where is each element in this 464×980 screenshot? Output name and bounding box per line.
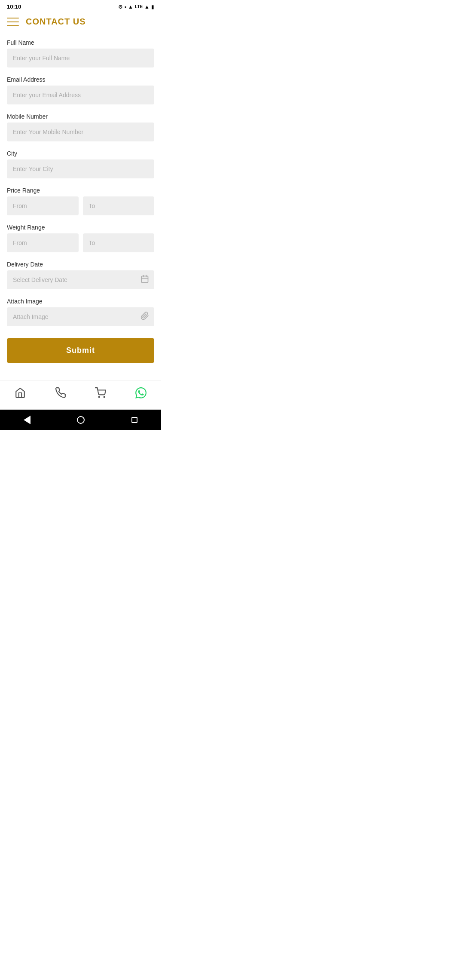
- delivery-date-label: Delivery Date: [7, 261, 154, 268]
- attach-image-label: Attach Image: [7, 298, 154, 305]
- price-range-group: Price Range: [7, 187, 154, 215]
- phone-icon: [55, 387, 66, 401]
- weight-range-row: [7, 233, 154, 252]
- price-range-label: Price Range: [7, 187, 154, 194]
- weight-from-input[interactable]: [7, 233, 79, 252]
- city-input[interactable]: [7, 159, 154, 178]
- nav-cart[interactable]: [88, 386, 113, 403]
- weight-to-input[interactable]: [83, 233, 155, 252]
- nav-whatsapp[interactable]: [128, 386, 153, 403]
- svg-point-4: [99, 397, 100, 398]
- page-title: CONTACT US: [26, 17, 86, 27]
- mobile-label: Mobile Number: [7, 113, 154, 120]
- delivery-date-input[interactable]: [7, 270, 154, 289]
- home-icon: [15, 387, 26, 401]
- battery-icon: ▮: [151, 4, 154, 10]
- delivery-date-wrapper: [7, 270, 154, 289]
- settings-icon: ⚙: [118, 4, 123, 10]
- full-name-input[interactable]: [7, 49, 154, 67]
- status-icons: ⚙ ▪ ▲ LTE ▲ ▮: [118, 4, 154, 10]
- city-label: City: [7, 150, 154, 157]
- delivery-date-group: Delivery Date: [7, 261, 154, 289]
- status-time: 10:10: [7, 3, 21, 10]
- full-name-group: Full Name: [7, 39, 154, 67]
- attach-image-group: Attach Image: [7, 298, 154, 326]
- system-nav-bar: [0, 410, 161, 430]
- back-button[interactable]: [22, 415, 32, 425]
- city-group: City: [7, 150, 154, 178]
- status-bar: 10:10 ⚙ ▪ ▲ LTE ▲ ▮: [0, 0, 161, 12]
- submit-button[interactable]: Submit: [7, 338, 154, 363]
- email-label: Email Address: [7, 76, 154, 83]
- price-from-input[interactable]: [7, 196, 79, 215]
- mobile-input[interactable]: [7, 122, 154, 141]
- weight-range-group: Weight Range: [7, 224, 154, 252]
- header: CONTACT US: [0, 12, 161, 32]
- bottom-nav: [0, 380, 161, 410]
- screen-icon: ▪: [125, 4, 126, 10]
- nav-phone[interactable]: [48, 386, 73, 403]
- price-range-row: [7, 196, 154, 215]
- email-input[interactable]: [7, 86, 154, 104]
- signal-icon: ▲: [144, 4, 150, 10]
- price-to-input[interactable]: [83, 196, 155, 215]
- mobile-group: Mobile Number: [7, 113, 154, 141]
- contact-form: Full Name Email Address Mobile Number Ci…: [0, 32, 161, 380]
- cart-icon: [95, 387, 106, 401]
- nav-home[interactable]: [8, 386, 33, 403]
- wifi-icon: ▲: [128, 4, 133, 10]
- whatsapp-icon: [135, 387, 147, 401]
- lte-icon: LTE: [135, 4, 143, 9]
- home-button[interactable]: [76, 415, 86, 425]
- full-name-label: Full Name: [7, 39, 154, 46]
- email-group: Email Address: [7, 76, 154, 104]
- attach-image-wrapper: [7, 307, 154, 326]
- weight-range-label: Weight Range: [7, 224, 154, 231]
- attach-image-input[interactable]: [7, 307, 154, 326]
- recents-button[interactable]: [129, 415, 140, 425]
- svg-point-5: [104, 397, 105, 398]
- menu-button[interactable]: [7, 18, 19, 26]
